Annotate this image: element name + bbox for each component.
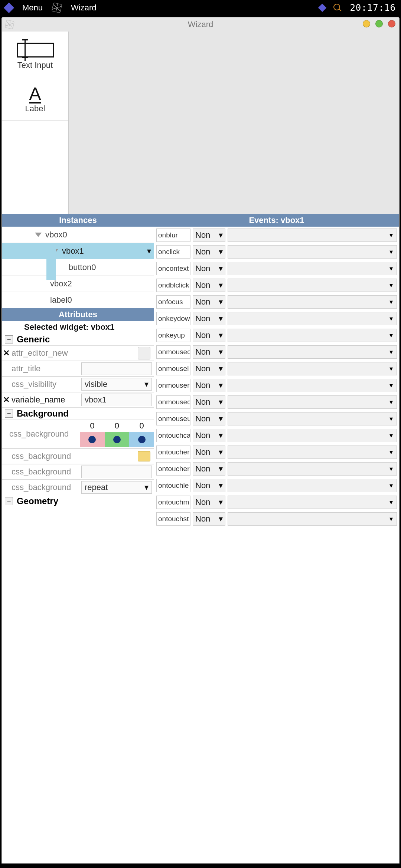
event-row: onfocusNon ▾▾ bbox=[154, 293, 267, 310]
event-select-secondary[interactable]: ▾ bbox=[228, 345, 267, 359]
event-select-secondary[interactable]: ▾ bbox=[228, 479, 267, 492]
collapse-icon[interactable]: − bbox=[5, 410, 13, 418]
tree-label: label0 bbox=[50, 295, 72, 305]
color-val[interactable]: 0 bbox=[115, 421, 119, 431]
event-select-secondary[interactable]: ▾ bbox=[228, 496, 267, 509]
cube-icon bbox=[4, 3, 14, 13]
tree-row[interactable]: label0 bbox=[2, 292, 154, 308]
event-select[interactable]: Non ▾ bbox=[193, 395, 225, 409]
tree-label: vbox2 bbox=[50, 279, 72, 289]
event-row: onmouseuNon ▾▾ bbox=[154, 410, 267, 427]
event-select-secondary[interactable]: ▾ bbox=[228, 279, 267, 292]
new-class-button[interactable] bbox=[138, 347, 150, 359]
app-label[interactable]: Wizard bbox=[71, 3, 96, 13]
group-title: Generic bbox=[17, 334, 50, 345]
event-select-secondary[interactable]: ▾ bbox=[228, 429, 267, 442]
attr-row: css_background bbox=[2, 448, 154, 464]
event-select[interactable]: Non ▾ bbox=[193, 379, 225, 392]
event-select[interactable]: Non ▾ bbox=[193, 312, 225, 325]
event-row: ontouchleNon ▾▾ bbox=[154, 477, 267, 494]
group-geometry[interactable]: − Geometry bbox=[2, 495, 154, 507]
event-select-secondary[interactable]: ▾ bbox=[228, 329, 267, 342]
tool-text-input[interactable]: Text Input bbox=[2, 34, 68, 77]
attr-input[interactable]: vbox1 bbox=[81, 394, 152, 406]
event-select[interactable]: Non ▾ bbox=[193, 279, 225, 292]
event-row: ontoucherNon ▾▾ bbox=[154, 460, 267, 477]
group-background[interactable]: − Background bbox=[2, 408, 154, 420]
event-select-secondary[interactable]: ▾ bbox=[228, 512, 267, 526]
event-select[interactable]: Non ▾ bbox=[193, 512, 225, 526]
event-select-secondary[interactable]: ▾ bbox=[228, 379, 267, 392]
event-select[interactable]: Non ▾ bbox=[193, 479, 225, 492]
event-select[interactable]: Non ▾ bbox=[193, 262, 225, 275]
event-select-secondary[interactable]: ▾ bbox=[228, 362, 267, 375]
attr-key: attr_editor_new bbox=[11, 348, 81, 358]
event-name: onmouseu bbox=[156, 412, 190, 425]
remove-icon[interactable]: ✕ bbox=[2, 348, 11, 358]
tree-row[interactable]: button0 bbox=[2, 259, 154, 276]
event-select[interactable]: Non ▾ bbox=[193, 496, 225, 509]
event-select[interactable]: Non ▾ bbox=[193, 445, 225, 459]
slider-handle[interactable] bbox=[113, 436, 121, 443]
color-slider[interactable] bbox=[80, 432, 154, 447]
tree-row[interactable]: vbox1 bbox=[2, 243, 154, 259]
event-row: ontouchcaNon ▾▾ bbox=[154, 427, 267, 444]
window-title: Wizard bbox=[188, 20, 213, 29]
folder-icon[interactable] bbox=[138, 451, 150, 461]
attr-select[interactable]: visible bbox=[81, 378, 152, 391]
event-row: onmousecNon ▾▾ bbox=[154, 394, 267, 410]
tool-label[interactable]: A Label bbox=[2, 77, 68, 120]
event-select-secondary[interactable]: ▾ bbox=[228, 262, 267, 275]
event-select[interactable]: Non ▾ bbox=[193, 345, 225, 359]
tree-row[interactable]: vbox0 bbox=[2, 227, 154, 243]
event-select-secondary[interactable]: ▾ bbox=[228, 395, 267, 409]
attr-row: ✕ attr_editor_new bbox=[2, 345, 154, 361]
event-select[interactable]: Non ▾ bbox=[193, 362, 225, 375]
event-name: ontouchle bbox=[156, 479, 190, 492]
collapse-icon[interactable]: − bbox=[5, 335, 13, 343]
selection-indicator bbox=[46, 244, 56, 280]
event-select[interactable]: Non ▾ bbox=[193, 245, 225, 259]
attr-select[interactable]: repeat bbox=[81, 481, 152, 494]
selected-widget-label: Selected widget: vbox1 bbox=[2, 321, 154, 333]
group-generic[interactable]: − Generic bbox=[2, 333, 154, 345]
attr-row: css_visibility visible bbox=[2, 377, 154, 392]
attributes-header: Attributes bbox=[2, 308, 154, 321]
attr-input[interactable] bbox=[81, 466, 152, 478]
event-select-secondary[interactable]: ▾ bbox=[228, 312, 267, 325]
app-icon bbox=[5, 20, 14, 29]
event-row: ontouchstNon ▾▾ bbox=[154, 510, 267, 527]
event-name: oncontext bbox=[156, 262, 190, 275]
collapse-icon[interactable]: − bbox=[5, 497, 13, 505]
remove-icon[interactable]: ✕ bbox=[2, 395, 11, 405]
event-select-secondary[interactable]: ▾ bbox=[228, 445, 267, 459]
tree-row[interactable]: vbox2 bbox=[2, 276, 154, 292]
menu-label[interactable]: Menu bbox=[22, 3, 43, 13]
attr-row-color: css_background 0 0 0 bbox=[2, 420, 154, 448]
attr-key: css_background bbox=[11, 483, 81, 492]
event-select-secondary[interactable]: ▾ bbox=[228, 462, 267, 476]
slider-handle[interactable] bbox=[88, 436, 96, 443]
tool-label: Label bbox=[4, 104, 66, 114]
label-icon: A bbox=[29, 83, 41, 104]
event-select-secondary[interactable]: ▾ bbox=[228, 412, 267, 425]
event-select-secondary[interactable]: ▾ bbox=[228, 245, 267, 259]
event-select[interactable]: Non ▾ bbox=[193, 412, 225, 425]
attr-input[interactable] bbox=[81, 362, 152, 375]
event-select[interactable]: Non ▾ bbox=[193, 228, 225, 242]
attr-row: css_background bbox=[2, 464, 154, 480]
event-select[interactable]: Non ▾ bbox=[193, 429, 225, 442]
color-val[interactable]: 0 bbox=[140, 421, 144, 431]
event-select-secondary[interactable]: ▾ bbox=[228, 295, 267, 309]
event-name: onclick bbox=[156, 245, 190, 259]
color-val[interactable]: 0 bbox=[90, 421, 94, 431]
attr-key: css_background bbox=[11, 467, 81, 477]
event-select[interactable]: Non ▾ bbox=[193, 295, 225, 309]
slider-handle[interactable] bbox=[138, 436, 146, 443]
chevron-down-icon[interactable] bbox=[35, 233, 42, 237]
statusbar: Menu Wizard 20:17:16 bbox=[0, 0, 267, 16]
event-name: onmousec bbox=[156, 395, 190, 409]
event-select-secondary[interactable]: ▾ bbox=[228, 228, 267, 242]
event-select[interactable]: Non ▾ bbox=[193, 329, 225, 342]
event-select[interactable]: Non ▾ bbox=[193, 462, 225, 476]
